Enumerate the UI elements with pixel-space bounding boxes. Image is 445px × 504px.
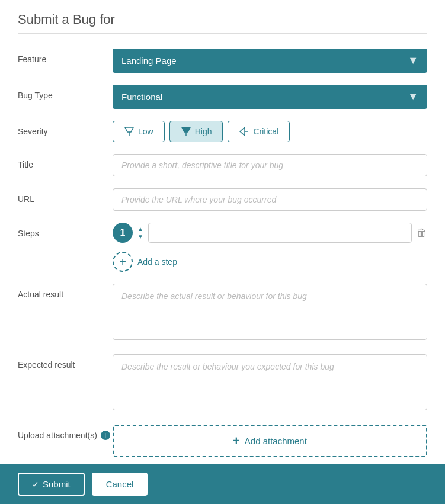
actual-result-row: Actual result	[18, 284, 427, 342]
funnel-critical-icon	[239, 126, 249, 137]
funnel-low-icon	[124, 126, 135, 137]
url-label: URL	[18, 188, 113, 204]
cancel-label: Cancel	[106, 479, 134, 489]
feature-control: Landing Page ▼	[113, 49, 427, 73]
info-icon[interactable]: i	[101, 431, 110, 440]
bug-type-value: Functional	[121, 92, 162, 102]
step-delete-icon[interactable]: 🗑	[417, 227, 427, 239]
severity-critical-label: Critical	[253, 127, 278, 136]
url-control	[113, 188, 427, 211]
svg-marker-4	[240, 127, 245, 136]
expected-result-control	[113, 354, 427, 413]
feature-value: Landing Page	[121, 56, 177, 66]
actual-result-textarea[interactable]	[113, 284, 427, 340]
feature-dropdown[interactable]: Landing Page ▼	[113, 49, 427, 73]
expected-result-label: Expected result	[18, 354, 113, 370]
severity-label: Severity	[18, 121, 113, 136]
expected-result-textarea[interactable]	[113, 354, 427, 410]
funnel-high-icon	[181, 126, 191, 137]
severity-high-label: High	[195, 127, 212, 136]
title-control	[113, 154, 427, 176]
add-step-label: Add a step	[137, 257, 177, 267]
severity-high-button[interactable]: High	[169, 121, 223, 142]
bug-type-dropdown[interactable]: Functional ▼	[113, 85, 427, 109]
upload-plus-icon: +	[233, 434, 240, 448]
step-number: 1	[113, 223, 133, 243]
svg-marker-2	[182, 127, 190, 132]
bug-type-control: Functional ▼	[113, 85, 427, 109]
step-move-icon[interactable]: ▲ ▼	[137, 226, 143, 240]
feature-label: Feature	[18, 49, 113, 64]
upload-control: + Add attachment	[113, 425, 427, 457]
actual-result-label: Actual result	[18, 284, 113, 299]
step-row: 1 ▲ ▼ 🗑	[113, 223, 427, 243]
add-step-button[interactable]: + Add a step	[113, 252, 427, 272]
severity-row: Severity Low High	[18, 121, 427, 142]
bug-type-label: Bug Type	[18, 85, 113, 100]
title-row: Title	[18, 154, 427, 176]
checkmark-icon: ✓	[32, 480, 39, 489]
title-label: Title	[18, 154, 113, 169]
title-input[interactable]	[113, 154, 427, 176]
severity-low-button[interactable]: Low	[113, 121, 165, 142]
add-attachment-button[interactable]: + Add attachment	[113, 425, 427, 457]
page-title: Submit a Bug for	[18, 12, 427, 34]
severity-group: Low High Critical	[113, 121, 427, 142]
steps-row: Steps 1 ▲ ▼ 🗑 + Add a step	[18, 223, 427, 272]
url-input[interactable]	[113, 188, 427, 211]
severity-low-label: Low	[138, 127, 153, 136]
bug-type-row: Bug Type Functional ▼	[18, 85, 427, 109]
steps-label: Steps	[18, 223, 113, 238]
expected-result-row: Expected result	[18, 354, 427, 413]
bug-type-chevron-icon: ▼	[408, 91, 418, 103]
feature-chevron-icon: ▼	[408, 54, 418, 67]
url-row: URL	[18, 188, 427, 211]
cancel-button[interactable]: Cancel	[92, 473, 148, 496]
severity-critical-button[interactable]: Critical	[228, 121, 290, 142]
steps-container: 1 ▲ ▼ 🗑 + Add a step	[113, 223, 427, 272]
page-container: Submit a Bug for Feature Landing Page ▼ …	[0, 0, 445, 504]
severity-control: Low High Critical	[113, 121, 427, 142]
submit-label: Submit	[43, 479, 71, 489]
steps-control: 1 ▲ ▼ 🗑 + Add a step	[113, 223, 427, 272]
actual-result-control	[113, 284, 427, 342]
svg-marker-0	[125, 127, 133, 132]
step-1-input[interactable]	[148, 223, 412, 243]
submit-button[interactable]: ✓ Submit	[18, 473, 85, 496]
add-step-plus-icon: +	[113, 252, 133, 272]
footer-bar: ✓ Submit Cancel	[0, 464, 445, 504]
upload-row: Upload attachment(s) i + Add attachment	[18, 425, 427, 457]
feature-row: Feature Landing Page ▼	[18, 49, 427, 73]
upload-label-container: Upload attachment(s) i	[18, 425, 113, 440]
upload-label-text: Upload attachment(s)	[18, 431, 97, 440]
upload-button-label: Add attachment	[245, 436, 307, 446]
